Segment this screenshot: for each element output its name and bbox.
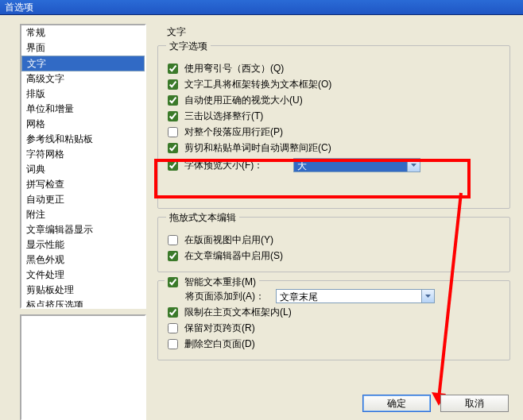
layoutview-checkbox[interactable] xyxy=(168,235,178,245)
cutspace-label: 剪切和粘贴单词时自动调整间距(C) xyxy=(184,141,331,155)
category-item[interactable]: 排版 xyxy=(21,87,145,102)
group-text-options-legend: 文字选项 xyxy=(166,40,211,53)
add-pages-select[interactable]: 文章末尾 xyxy=(276,289,435,303)
delblank-label: 删除空白页面(D) xyxy=(184,337,255,351)
quotes-label: 使用弯引号（西文）(Q) xyxy=(184,62,284,75)
preview-box xyxy=(20,314,146,420)
facing-label: 保留对页跨页(R) xyxy=(184,322,255,335)
triple-label: 三击以选择整行(T) xyxy=(184,110,263,123)
category-item[interactable]: 显示性能 xyxy=(21,237,145,252)
limitmaster-checkbox[interactable] xyxy=(168,307,178,318)
svg-marker-1 xyxy=(425,295,431,298)
category-item[interactable]: 词典 xyxy=(21,162,145,177)
layoutview-label: 在版面视图中启用(Y) xyxy=(184,233,273,247)
smart-reflow-checkbox[interactable] xyxy=(168,277,178,287)
cancel-button[interactable]: 取消 xyxy=(440,395,509,412)
group-drag-edit-legend: 拖放式文本编辑 xyxy=(166,211,239,225)
convframe-label: 文字工具将框架转换为文本框架(O) xyxy=(184,78,331,91)
ok-button[interactable]: 确定 xyxy=(362,395,431,412)
category-item[interactable]: 文件处理 xyxy=(21,268,145,283)
category-item[interactable]: 高级文字 xyxy=(21,71,145,87)
category-item[interactable]: 单位和增量 xyxy=(21,102,145,117)
panel-heading: 文字 xyxy=(167,25,512,39)
font-preview-size-select[interactable]: 大 xyxy=(293,158,420,172)
category-item[interactable]: 参考线和粘贴板 xyxy=(21,132,145,147)
visualsize-checkbox[interactable] xyxy=(168,95,178,106)
storyedit-label: 在文章编辑器中启用(S) xyxy=(184,249,283,263)
limitmaster-label: 限制在主页文本框架内(L) xyxy=(184,306,292,319)
category-item[interactable]: 标点挤压选项 xyxy=(21,298,145,309)
dropdown-arrow-icon[interactable] xyxy=(407,158,420,172)
category-item[interactable]: 剪贴板处理 xyxy=(21,283,145,298)
category-item[interactable]: 常规 xyxy=(21,25,145,40)
category-item[interactable]: 文字 xyxy=(21,56,145,71)
category-item[interactable]: 字符网格 xyxy=(21,147,145,162)
group-drag-edit: 拖放式文本编辑 在版面视图中启用(Y)在文章编辑器中启用(S) xyxy=(157,217,510,272)
window-title: 首选项 xyxy=(5,2,33,13)
quotes-checkbox[interactable] xyxy=(168,64,178,74)
category-item[interactable]: 自动更正 xyxy=(21,192,145,207)
font-preview-label: 字体预览大小(F)： xyxy=(184,159,263,172)
visualsize-label: 自动使用正确的视觉大小(U) xyxy=(184,94,303,107)
facing-checkbox[interactable] xyxy=(168,323,178,333)
triple-checkbox[interactable] xyxy=(168,111,178,121)
add-pages-label: 将页面添加到(A)： xyxy=(185,290,265,303)
delblank-checkbox[interactable] xyxy=(168,339,178,349)
convframe-checkbox[interactable] xyxy=(168,79,178,90)
svg-marker-0 xyxy=(411,164,416,167)
window-titlebar: 首选项 xyxy=(0,0,523,15)
category-item[interactable]: 黑色外观 xyxy=(21,252,145,268)
add-pages-value: 文章末尾 xyxy=(276,289,421,303)
group-text-options: 文字选项 使用弯引号（西文）(Q)文字工具将框架转换为文本框架(O)自动使用正确… xyxy=(157,45,510,209)
paraspace-checkbox[interactable] xyxy=(168,127,178,137)
category-item[interactable]: 网格 xyxy=(21,117,145,132)
paraspace-label: 对整个段落应用行距(P) xyxy=(184,125,283,139)
dropdown-arrow-icon[interactable] xyxy=(421,289,435,303)
category-item[interactable]: 文章编辑器显示 xyxy=(21,222,145,237)
category-item[interactable]: 附注 xyxy=(21,207,145,222)
smart-reflow-label: 智能文本重排(M) xyxy=(184,276,256,289)
font-preview-size-value: 大 xyxy=(293,158,407,172)
category-list[interactable]: 常规界面文字高级文字排版单位和增量网格参考线和粘贴板字符网格词典拼写检查自动更正… xyxy=(20,24,146,309)
font-preview-checkbox[interactable] xyxy=(168,160,178,171)
group-smart-reflow: 智能文本重排(M) 将页面添加到(A)： 文章末尾 限制在主页文本框架内(L)保… xyxy=(157,280,510,360)
cutspace-checkbox[interactable] xyxy=(168,143,178,153)
category-item[interactable]: 拼写检查 xyxy=(21,177,145,192)
category-item[interactable]: 界面 xyxy=(21,40,145,56)
storyedit-checkbox[interactable] xyxy=(168,251,178,261)
